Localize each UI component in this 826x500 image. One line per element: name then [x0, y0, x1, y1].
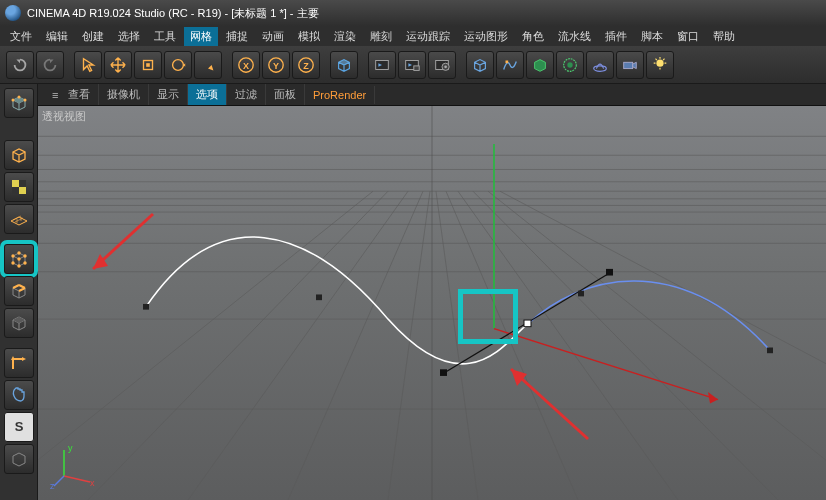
svg-rect-1: [146, 63, 150, 67]
svg-rect-15: [506, 60, 509, 63]
render-picture-button[interactable]: [398, 51, 426, 79]
menu-edit[interactable]: 编辑: [40, 27, 74, 46]
redo-button[interactable]: [36, 51, 64, 79]
deformer-button[interactable]: [556, 51, 584, 79]
menu-pipeline[interactable]: 流水线: [552, 27, 597, 46]
svg-point-31: [11, 261, 14, 264]
vp-tab-options[interactable]: 选项: [188, 84, 227, 105]
move-tool[interactable]: [104, 51, 132, 79]
menu-anim[interactable]: 动画: [256, 27, 290, 46]
titlebar: CINEMA 4D R19.024 Studio (RC - R19) - [未…: [0, 0, 826, 26]
axis-y-button[interactable]: Y: [262, 51, 290, 79]
render-settings-button[interactable]: [428, 51, 456, 79]
soft-select-button[interactable]: [4, 444, 34, 474]
rotate-tool[interactable]: [164, 51, 192, 79]
left-toolbar: S: [0, 84, 38, 500]
last-tool[interactable]: [194, 51, 222, 79]
menu-plugins[interactable]: 插件: [599, 27, 633, 46]
svg-text:S: S: [14, 419, 23, 434]
axis-mode-button[interactable]: [4, 348, 34, 378]
menu-window[interactable]: 窗口: [671, 27, 705, 46]
vp-tab-display[interactable]: 显示: [149, 84, 188, 105]
menu-character[interactable]: 角色: [516, 27, 550, 46]
spline-point[interactable]: [767, 348, 773, 354]
scale-tool[interactable]: [134, 51, 162, 79]
app-icon: [5, 5, 21, 21]
vp-tab-filter[interactable]: 过滤: [227, 84, 266, 105]
menu-create[interactable]: 创建: [76, 27, 110, 46]
menu-scripts[interactable]: 脚本: [635, 27, 669, 46]
light-button[interactable]: [646, 51, 674, 79]
viewport-canvas[interactable]: [38, 106, 826, 500]
spline-point-selected[interactable]: [524, 320, 531, 327]
spline-point[interactable]: [316, 294, 322, 300]
svg-point-33: [17, 264, 20, 267]
snap-button[interactable]: S: [4, 412, 34, 442]
svg-point-18: [594, 65, 607, 70]
spline-segment-white[interactable]: [146, 237, 528, 364]
svg-text:Y: Y: [273, 60, 279, 70]
svg-point-27: [17, 251, 20, 254]
menu-help[interactable]: 帮助: [707, 27, 741, 46]
menu-select[interactable]: 选择: [112, 27, 146, 46]
axis-x-button[interactable]: X: [232, 51, 260, 79]
spline-button[interactable]: [496, 51, 524, 79]
point-mode-button[interactable]: [4, 244, 34, 274]
spline-point[interactable]: [143, 304, 149, 310]
vp-tab-view[interactable]: 查看: [60, 84, 99, 105]
svg-point-20: [656, 59, 663, 66]
select-tool[interactable]: [74, 51, 102, 79]
toolbar: X Y Z: [0, 46, 826, 84]
primitive-button[interactable]: [466, 51, 494, 79]
svg-rect-61: [606, 269, 613, 276]
axis-z-button[interactable]: Z: [292, 51, 320, 79]
window-title: CINEMA 4D R19.024 Studio (RC - R19) - [未…: [27, 6, 319, 21]
spline-point[interactable]: [578, 291, 584, 297]
svg-point-2: [173, 59, 184, 70]
svg-point-28: [11, 254, 14, 257]
vp-tab-panel[interactable]: 面板: [266, 84, 305, 105]
vp-tab-camera[interactable]: 摄像机: [99, 84, 149, 105]
menu-motiontrack[interactable]: 运动跟踪: [400, 27, 456, 46]
menu-render[interactable]: 渲染: [328, 27, 362, 46]
menu-snap[interactable]: 捕捉: [220, 27, 254, 46]
camera-button[interactable]: [616, 51, 644, 79]
menu-file[interactable]: 文件: [4, 27, 38, 46]
menubar: 文件 编辑 创建 选择 工具 网格 捕捉 动画 模拟 渲染 雕刻 运动跟踪 运动…: [0, 26, 826, 46]
svg-line-50: [188, 191, 408, 500]
menu-mograph[interactable]: 运动图形: [458, 27, 514, 46]
svg-line-53: [436, 191, 478, 500]
svg-line-52: [388, 191, 430, 500]
svg-rect-25: [12, 180, 19, 187]
menu-sim[interactable]: 模拟: [292, 27, 326, 46]
menu-mesh[interactable]: 网格: [184, 27, 218, 46]
texture-mode-button[interactable]: [4, 172, 34, 202]
viewport[interactable]: ≡ 查看 摄像机 显示 选项 过滤 面板 ProRender 透视视图: [38, 84, 826, 500]
cube-primitive-button[interactable]: [330, 51, 358, 79]
polygon-mode-button[interactable]: [4, 308, 34, 338]
svg-rect-26: [19, 187, 26, 194]
workplane-mode-button[interactable]: [4, 204, 34, 234]
model-mode-button[interactable]: [4, 140, 34, 170]
svg-line-66: [54, 476, 64, 486]
menu-tools[interactable]: 工具: [148, 27, 182, 46]
menu-sculpt[interactable]: 雕刻: [364, 27, 398, 46]
make-editable-button[interactable]: [4, 88, 34, 118]
viewport-tabs: ≡ 查看 摄像机 显示 选项 过滤 面板 ProRender: [38, 84, 826, 106]
tweak-mode-button[interactable]: [4, 380, 34, 410]
viewport-label: 透视视图: [42, 109, 86, 124]
environment-button[interactable]: [586, 51, 614, 79]
edge-mode-button[interactable]: [4, 276, 34, 306]
svg-point-17: [567, 62, 572, 67]
undo-button[interactable]: [6, 51, 34, 79]
content-area: S ≡ 查看 摄像机 显示 选项 过滤 面板 ProRender 透视视图: [0, 84, 826, 500]
svg-point-22: [11, 99, 14, 102]
svg-line-63: [511, 369, 588, 439]
svg-point-30: [17, 257, 20, 260]
svg-point-21: [17, 96, 20, 99]
svg-text:y: y: [68, 443, 73, 453]
render-view-button[interactable]: [368, 51, 396, 79]
generator-button[interactable]: [526, 51, 554, 79]
vp-tab-prorender[interactable]: ProRender: [305, 86, 375, 104]
svg-rect-19: [624, 62, 633, 68]
